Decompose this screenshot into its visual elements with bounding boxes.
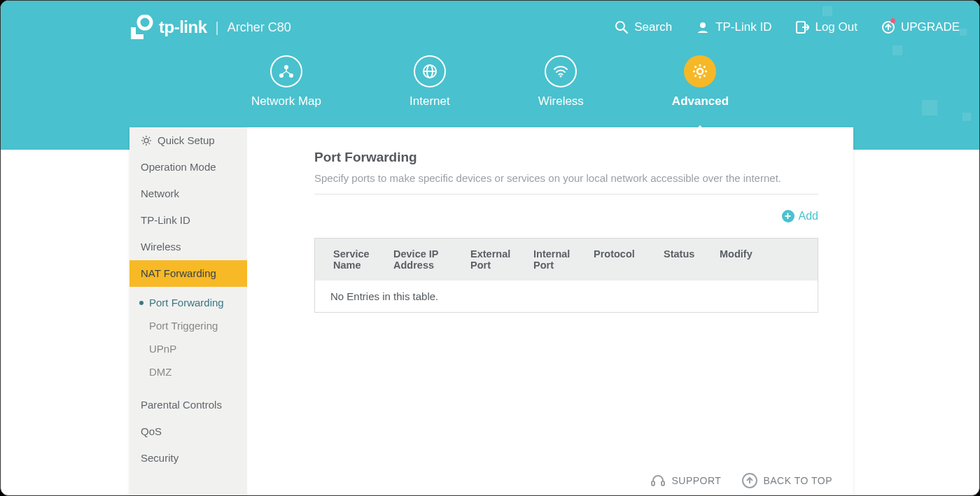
sidebar-sub-dmz[interactable]: DMZ bbox=[130, 360, 247, 383]
tab-advanced-label: Advanced bbox=[672, 94, 729, 108]
add-button[interactable]: + Add bbox=[782, 210, 818, 222]
upgrade-button[interactable]: UPGRADE bbox=[881, 20, 960, 34]
th-modify: Modify bbox=[720, 248, 762, 271]
tab-internet-label: Internet bbox=[410, 94, 450, 108]
search-label: Search bbox=[634, 20, 672, 34]
main-nav-tabs: Network Map Internet Wireless Advanced bbox=[1, 55, 979, 108]
sidebar-sub-upnp[interactable]: UPnP bbox=[130, 337, 247, 360]
support-button[interactable]: SUPPORT bbox=[650, 473, 721, 488]
port-forwarding-table: Service Name Device IP Address External … bbox=[314, 238, 818, 313]
upgrade-label: UPGRADE bbox=[901, 20, 960, 34]
tab-advanced[interactable]: Advanced bbox=[672, 55, 729, 108]
svg-point-0 bbox=[139, 16, 151, 29]
search-icon bbox=[615, 20, 629, 34]
svg-rect-34 bbox=[662, 481, 664, 486]
table-header: Service Name Device IP Address External … bbox=[315, 239, 818, 281]
logout-icon bbox=[795, 20, 809, 34]
svg-line-21 bbox=[704, 75, 706, 76]
sidebar-item-nat-forwarding[interactable]: NAT Forwarding bbox=[130, 260, 247, 287]
router-admin-window: tp-link | Archer C80 Search TP-Link ID L… bbox=[0, 0, 980, 496]
globe-icon bbox=[421, 63, 438, 80]
sidebar-item-network[interactable]: Network bbox=[130, 180, 247, 207]
th-service-name: Service Name bbox=[333, 248, 393, 271]
page-description: Specify ports to make specific devices o… bbox=[314, 172, 818, 194]
wifi-icon bbox=[552, 63, 569, 80]
sidebar: Quick Setup Operation Mode Network TP-Li… bbox=[130, 127, 247, 495]
tab-internet[interactable]: Internet bbox=[410, 55, 450, 108]
svg-point-15 bbox=[697, 69, 703, 74]
sidebar-sub-port-triggering[interactable]: Port Triggering bbox=[130, 314, 247, 337]
tplink-id-button[interactable]: TP-Link ID bbox=[696, 20, 771, 34]
th-internal-port: Internal Port bbox=[533, 248, 594, 271]
svg-point-14 bbox=[560, 76, 562, 78]
svg-line-31 bbox=[143, 143, 144, 145]
tplink-logo-icon bbox=[131, 15, 155, 40]
tab-wireless-label: Wireless bbox=[538, 94, 584, 108]
th-device-ip: Device IP Address bbox=[393, 248, 470, 271]
svg-line-32 bbox=[149, 137, 150, 139]
sidebar-item-tplink-id[interactable]: TP-Link ID bbox=[130, 207, 247, 234]
page-title: Port Forwarding bbox=[314, 150, 818, 165]
model-name: Archer C80 bbox=[227, 20, 291, 35]
svg-line-23 bbox=[704, 66, 706, 68]
svg-point-24 bbox=[144, 139, 148, 143]
sidebar-subitems: Port Forwarding Port Triggering UPnP DMZ bbox=[130, 287, 247, 392]
tab-network-map[interactable]: Network Map bbox=[251, 55, 321, 108]
tab-wireless[interactable]: Wireless bbox=[538, 55, 584, 108]
back-to-top-button[interactable]: BACK TO TOP bbox=[742, 473, 832, 488]
logout-button[interactable]: Log Out bbox=[795, 20, 858, 34]
tab-network-map-label: Network Map bbox=[251, 94, 321, 108]
sidebar-item-operation-mode[interactable]: Operation Mode bbox=[130, 154, 247, 180]
content-panel: Quick Setup Operation Mode Network TP-Li… bbox=[130, 127, 853, 495]
upgrade-notification-dot bbox=[890, 18, 895, 23]
plus-icon: + bbox=[782, 210, 794, 222]
th-status: Status bbox=[664, 248, 720, 271]
svg-line-4 bbox=[624, 29, 627, 33]
tplink-id-label: TP-Link ID bbox=[715, 20, 771, 34]
arrow-up-icon bbox=[742, 473, 757, 488]
svg-rect-2 bbox=[131, 34, 144, 39]
sidebar-item-wireless[interactable]: Wireless bbox=[130, 234, 247, 260]
svg-line-20 bbox=[695, 66, 696, 68]
top-bar: tp-link | Archer C80 Search TP-Link ID L… bbox=[1, 15, 979, 40]
search-button[interactable]: Search bbox=[615, 20, 672, 34]
gear-icon bbox=[692, 63, 708, 80]
gear-small-icon bbox=[141, 135, 152, 146]
svg-point-3 bbox=[616, 22, 624, 30]
sidebar-quick-setup-label: Quick Setup bbox=[158, 134, 215, 147]
support-label: SUPPORT bbox=[671, 475, 721, 486]
sidebar-sub-port-forwarding[interactable]: Port Forwarding bbox=[130, 291, 247, 314]
table-empty-message: No Entries in this table. bbox=[315, 281, 818, 312]
headset-icon bbox=[650, 473, 666, 488]
network-map-icon bbox=[279, 64, 294, 79]
main-content: Port Forwarding Specify ports to make sp… bbox=[247, 127, 853, 495]
svg-rect-33 bbox=[652, 481, 654, 486]
cloud-user-icon bbox=[696, 20, 710, 34]
svg-line-29 bbox=[143, 137, 144, 139]
sidebar-item-parental-controls[interactable]: Parental Controls bbox=[130, 392, 247, 418]
content-footer: SUPPORT BACK TO TOP bbox=[650, 473, 832, 488]
sidebar-item-qos[interactable]: QoS bbox=[130, 418, 247, 445]
sidebar-item-quick-setup[interactable]: Quick Setup bbox=[130, 127, 247, 154]
th-external-port: External Port bbox=[470, 248, 533, 271]
top-actions: Search TP-Link ID Log Out UPGRADE bbox=[615, 20, 962, 34]
svg-line-22 bbox=[695, 75, 696, 76]
th-protocol: Protocol bbox=[594, 248, 664, 271]
add-row: + Add bbox=[314, 194, 818, 238]
svg-point-5 bbox=[700, 22, 706, 28]
sidebar-item-security[interactable]: Security bbox=[130, 445, 247, 472]
logout-label: Log Out bbox=[815, 20, 858, 34]
add-label: Add bbox=[799, 210, 818, 222]
brand-divider: | bbox=[216, 20, 219, 36]
svg-line-30 bbox=[149, 143, 150, 145]
brand-name: tp-link bbox=[159, 17, 207, 37]
back-to-top-label: BACK TO TOP bbox=[763, 475, 832, 486]
brand-block: tp-link | Archer C80 bbox=[1, 15, 291, 40]
